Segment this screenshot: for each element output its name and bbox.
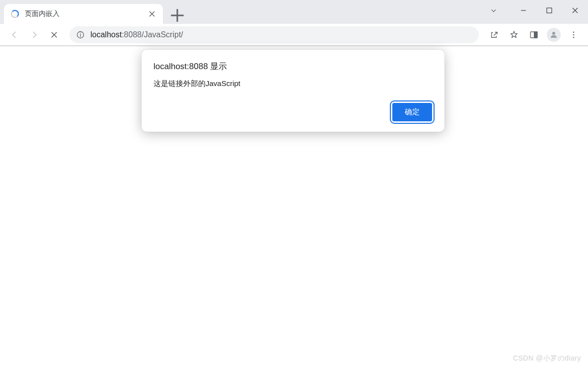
alert-dialog: localhost:8088 显示 这是链接外部的JavaScript 确定 <box>142 50 444 132</box>
alert-actions: 确定 <box>153 102 433 122</box>
alert-backdrop: localhost:8088 显示 这是链接外部的JavaScript 确定 <box>0 0 588 368</box>
alert-message: 这是链接外部的JavaScript <box>153 79 433 89</box>
ok-button[interactable]: 确定 <box>392 102 433 122</box>
alert-title: localhost:8088 显示 <box>153 61 433 72</box>
watermark: CSDN @小罗のdiary <box>513 354 581 363</box>
